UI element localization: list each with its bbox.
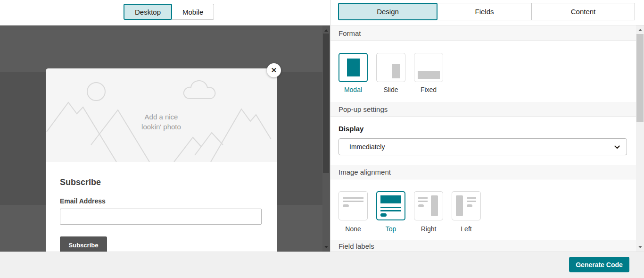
chevron-down-icon — [614, 143, 620, 151]
sun-icon — [87, 83, 105, 101]
mountain-left-icon — [47, 102, 116, 162]
display-label: Display — [339, 125, 363, 133]
placeholder-text-line2: lookin' photo — [46, 122, 277, 132]
tab-content-label: Content — [571, 8, 596, 16]
section-header-image-alignment: Image alignment — [330, 165, 636, 179]
panel-scrollbar-thumb[interactable] — [636, 34, 644, 122]
placeholder-text: Add a nice lookin' photo — [46, 112, 277, 132]
section-title: Field labels — [339, 242, 374, 250]
desktop-toggle-label: Desktop — [135, 8, 161, 16]
email-field[interactable] — [60, 209, 262, 225]
section-title: Pop-up settings — [339, 105, 388, 113]
panel-tabs: Design Fields Content — [338, 3, 635, 20]
alignment-label-left: Left — [452, 225, 481, 233]
popup-heading: Subscribe — [60, 177, 101, 187]
tab-design-label: Design — [377, 8, 399, 16]
footer-bar — [0, 252, 644, 278]
desktop-toggle-button[interactable]: Desktop — [124, 4, 172, 20]
popup-preview-modal: Add a nice lookin' photo ✕ Subscribe Ema… — [46, 68, 277, 252]
section-header-popup-settings: Pop-up settings — [330, 102, 636, 117]
scroll-down-icon[interactable] — [636, 243, 644, 251]
preview-scrollbar-thumb[interactable] — [323, 34, 329, 173]
scroll-down-icon[interactable] — [322, 243, 330, 251]
format-option-fixed[interactable] — [414, 53, 443, 82]
mobile-toggle-button[interactable]: Mobile — [172, 4, 214, 20]
panel-scrollbar[interactable] — [636, 25, 644, 252]
format-label-slide: Slide — [376, 86, 405, 93]
mobile-toggle-label: Mobile — [182, 8, 203, 16]
alignment-option-none[interactable] — [339, 191, 368, 220]
format-option-modal[interactable] — [339, 53, 368, 82]
placeholder-text-line1: Add a nice — [46, 112, 277, 122]
alignment-option-left[interactable] — [452, 191, 481, 220]
tab-design[interactable]: Design — [338, 3, 438, 20]
email-label: Email Address — [60, 197, 106, 205]
popup-image-placeholder[interactable]: Add a nice lookin' photo — [46, 68, 277, 162]
device-toggle: Desktop Mobile — [124, 4, 214, 20]
alignment-label-top: Top — [376, 225, 405, 233]
alignment-option-right[interactable] — [414, 191, 443, 220]
preview-scrollbar[interactable] — [322, 25, 330, 252]
tab-fields-label: Fields — [475, 8, 494, 16]
generate-code-button[interactable]: Generate Code — [569, 257, 629, 272]
section-title: Image alignment — [339, 168, 391, 176]
close-icon: ✕ — [271, 66, 277, 75]
close-button[interactable]: ✕ — [267, 63, 281, 77]
section-header-format: Format — [330, 26, 636, 41]
preview-stage: Add a nice lookin' photo ✕ Subscribe Ema… — [0, 25, 330, 252]
display-select[interactable]: Immediately — [339, 138, 627, 155]
format-label-modal: Modal — [339, 86, 368, 93]
format-modal-icon — [347, 59, 360, 76]
cloud-icon — [184, 81, 215, 99]
format-fixed-icon — [418, 71, 440, 79]
subscribe-button[interactable]: Subscribe — [60, 236, 107, 252]
scroll-up-icon[interactable] — [636, 26, 644, 34]
alignment-option-top[interactable] — [376, 191, 405, 220]
format-label-fixed: Fixed — [414, 86, 443, 93]
scroll-up-icon[interactable] — [322, 26, 330, 34]
alignment-label-none: None — [339, 225, 368, 233]
alignment-label-right: Right — [414, 225, 443, 233]
tab-fields[interactable]: Fields — [438, 3, 532, 20]
format-slide-icon — [392, 64, 400, 78]
tab-content[interactable]: Content — [532, 3, 635, 20]
section-title: Format — [339, 29, 361, 37]
format-option-slide[interactable] — [376, 53, 405, 82]
section-header-field-labels: Field labels — [330, 240, 636, 252]
display-select-value: Immediately — [349, 143, 385, 151]
